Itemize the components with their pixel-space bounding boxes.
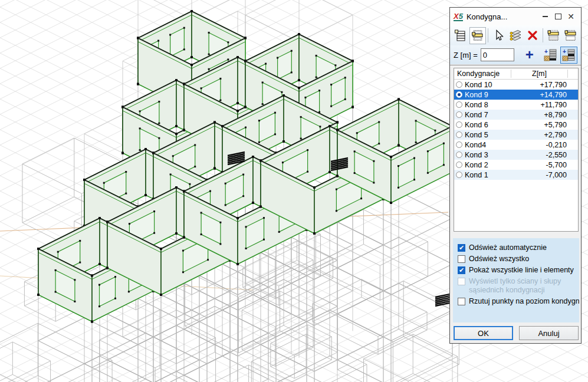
delete-storey-icon: [526, 29, 539, 42]
table-header: Kondygnacje Z[m]: [454, 68, 578, 80]
storey-row[interactable]: Kond 7+8,790: [454, 110, 578, 120]
insert-storey-above-icon: +: [562, 48, 576, 62]
storeys-dialog: X5 Kondygna... ✕: [449, 7, 582, 344]
storey-name: Kond 10: [465, 81, 511, 89]
storey-name: Kond 5: [465, 131, 511, 139]
checkbox[interactable]: ✔: [458, 266, 465, 274]
move-storey-up-button[interactable]: [545, 27, 562, 44]
close-icon: ✕: [567, 12, 574, 21]
options-panel: ✔Odśwież automatycznieOdśwież wszystko✔P…: [453, 238, 579, 322]
svg-text:+: +: [563, 48, 566, 55]
storey-row[interactable]: Kond 5+2,790: [454, 130, 578, 140]
storey-row[interactable]: Kond 6+5,790: [454, 120, 578, 130]
dialog-titlebar[interactable]: X5 Kondygna... ✕: [450, 8, 581, 25]
checkbox[interactable]: [458, 298, 465, 305]
storey-row[interactable]: Kond 2-5,700: [454, 160, 578, 170]
storey-row[interactable]: Kond 1-7,000: [454, 170, 578, 180]
option-item: ✔Odśwież automatycznie: [458, 243, 579, 252]
checkbox[interactable]: ✔: [458, 244, 465, 252]
storey-z-value: +2,790: [511, 131, 568, 139]
storey-name: Kond 6: [465, 121, 511, 129]
storey-z-value: +17,790: [511, 81, 568, 89]
toolbar-separator: [488, 28, 488, 42]
svg-text:+: +: [544, 48, 548, 55]
button-row: OK Anuluj: [454, 326, 579, 340]
storey-z-value: -7,000: [511, 171, 568, 179]
active-storey-icon: [471, 29, 484, 42]
option-label: Pokaż wszystkie linie i elementy: [469, 266, 574, 275]
minimize-button[interactable]: [538, 11, 551, 22]
storey-name: Kond 9: [465, 91, 511, 99]
storey-radio[interactable]: [456, 152, 462, 158]
storey-z-value: +11,790: [511, 101, 568, 109]
option-item: ✔Pokaż wszystkie linie i elementy: [458, 266, 579, 275]
storey-list-icon: [454, 29, 467, 42]
storey-z-value: -0,210: [511, 141, 568, 149]
minimize-icon: [543, 16, 548, 17]
storey-radio[interactable]: [456, 162, 462, 168]
option-label: Odśwież wszystko: [469, 255, 529, 264]
storey-name: Kond 2: [465, 161, 511, 169]
storey-radio[interactable]: [456, 91, 462, 98]
storey-z-value: +14,790: [511, 91, 568, 99]
option-label: Rzutuj punkty na poziom kondygnac: [469, 297, 579, 306]
storey-z-value: -2,550: [511, 151, 568, 159]
storey-name: Kond 3: [465, 151, 511, 159]
storey-row[interactable]: Kond 9+14,790: [454, 90, 578, 100]
close-button[interactable]: ✕: [564, 11, 577, 22]
storey-layers-button[interactable]: [507, 27, 524, 44]
column-header-z: Z[m]: [511, 70, 568, 78]
storey-row[interactable]: Kond 10+17,790: [454, 80, 578, 90]
storey-row[interactable]: Kond 8+11,790: [454, 100, 578, 110]
table-rows: Kond 10+17,790Kond 9+14,790Kond 8+11,790…: [454, 80, 578, 180]
move-storey-down-button[interactable]: [561, 27, 579, 44]
z-input[interactable]: [481, 48, 514, 61]
storey-z-value: -5,700: [511, 161, 568, 169]
storey-row[interactable]: Kond4-0,210: [454, 140, 578, 150]
option-label: Wyświetl tylko ściany i słupy sąsiednich…: [469, 277, 579, 295]
storey-z-value: +8,790: [511, 111, 568, 119]
option-label: Odśwież automatycznie: [469, 243, 547, 252]
cancel-button[interactable]: Anuluj: [519, 326, 579, 340]
storey-table: Kondygnacje Z[m] Kond 10+17,790Kond 9+14…: [454, 68, 579, 232]
checkbox[interactable]: [458, 255, 465, 263]
storey-name: Kond4: [465, 141, 511, 149]
storey-radio[interactable]: [456, 101, 462, 108]
z-level-row: Z [m] = + + +: [450, 45, 581, 64]
storey-name: Kond 1: [465, 171, 511, 179]
storey-radio[interactable]: [456, 121, 462, 128]
storey-list-button[interactable]: [452, 27, 469, 44]
ok-button[interactable]: OK: [454, 326, 513, 340]
checkbox: [458, 278, 465, 285]
move-storey-down-icon: [564, 29, 577, 42]
active-storey-button[interactable]: [469, 27, 487, 44]
storey-radio[interactable]: [456, 141, 462, 148]
z-label: Z [m] =: [454, 51, 478, 60]
maximize-icon: [555, 14, 561, 19]
toolbar-separator: [543, 28, 543, 42]
plus-icon: +: [525, 49, 534, 61]
add-storey-button[interactable]: +: [523, 48, 537, 62]
storey-radio[interactable]: [456, 81, 462, 88]
separator: [450, 65, 581, 66]
storey-radio[interactable]: [456, 111, 462, 118]
option-item: Rzutuj punkty na poziom kondygnac: [458, 297, 579, 306]
delete-storey-button[interactable]: [524, 27, 541, 44]
dialog-toolbar: [450, 25, 581, 45]
move-storey-up-icon: [547, 29, 560, 42]
storey-z-value: +5,790: [511, 121, 568, 129]
option-item: Odśwież wszystko: [458, 255, 579, 264]
storey-name: Kond 8: [465, 101, 511, 109]
insert-storey-below-button[interactable]: +: [542, 47, 559, 64]
storey-layers-icon: [508, 28, 523, 42]
option-item: Wyświetl tylko ściany i słupy sąsiednich…: [458, 277, 579, 295]
storey-radio[interactable]: [456, 131, 462, 138]
insert-storey-above-button[interactable]: +: [560, 47, 577, 64]
storey-radio[interactable]: [456, 172, 462, 178]
select-cursor-icon: [492, 29, 505, 42]
select-storey-button[interactable]: [490, 27, 507, 44]
maximize-button[interactable]: [551, 11, 564, 22]
storey-row[interactable]: Kond 3-2,550: [454, 150, 578, 160]
column-header-kondygnacje: Kondygnacje: [454, 70, 511, 78]
app-logo-icon: X5: [454, 12, 463, 21]
